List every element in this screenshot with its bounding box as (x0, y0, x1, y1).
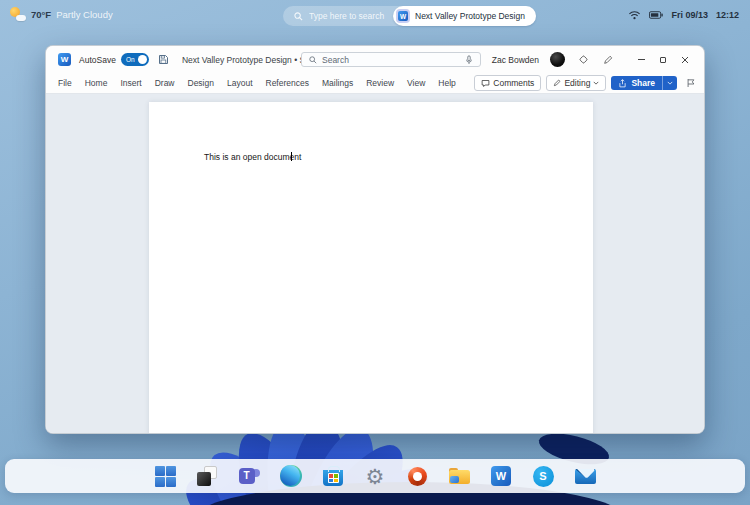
task-view-icon (196, 465, 218, 487)
title-bar-right: Zac Bowden (492, 50, 696, 70)
tab-insert[interactable]: Insert (120, 78, 141, 88)
search-icon (294, 12, 303, 21)
system-tray: Fri 09/13 12:12 (628, 6, 739, 24)
gear-icon: ⚙ (366, 466, 385, 487)
partly-cloudy-icon (10, 7, 26, 21)
taskbar-store-button[interactable] (312, 459, 354, 493)
skype-icon: S (533, 466, 554, 487)
ribbon-bar: File Home Insert Draw Design Layout Refe… (46, 73, 704, 94)
maximize-button[interactable] (652, 50, 674, 70)
ribbon-options-flag-icon[interactable] (686, 78, 696, 88)
microsoft-store-icon (323, 470, 343, 486)
pencil-icon (553, 79, 561, 87)
comments-button[interactable]: Comments (474, 75, 541, 91)
tab-home[interactable]: Home (85, 78, 108, 88)
autosave-toggle[interactable]: On (121, 53, 149, 66)
desktop-search-field[interactable] (283, 11, 393, 21)
taskbar-office-button[interactable] (396, 459, 438, 493)
word-app-button[interactable]: W (58, 53, 71, 66)
document-page[interactable]: This is an open document (149, 102, 593, 433)
taskbar-task-view-button[interactable] (186, 459, 228, 493)
chevron-down-icon (667, 81, 673, 85)
desktop-search-bar: W Next Valley Prototype Design (283, 6, 536, 26)
search-icon (309, 56, 317, 64)
ribbon-right-actions: Comments Editing Share (474, 75, 696, 91)
taskbar-mail-button[interactable] (564, 459, 606, 493)
wifi-icon[interactable] (628, 10, 641, 20)
taskbar-start-button[interactable] (144, 459, 186, 493)
save-button[interactable] (158, 54, 169, 65)
share-button[interactable]: Share (611, 76, 677, 90)
taskbar: T ⚙ W S (5, 459, 745, 493)
battery-icon[interactable] (649, 11, 663, 19)
share-main[interactable]: Share (611, 76, 662, 90)
tab-references[interactable]: References (266, 78, 309, 88)
tab-review[interactable]: Review (366, 78, 394, 88)
document-text: This is an open document (204, 152, 301, 162)
close-icon (681, 56, 689, 64)
share-label: Share (631, 78, 655, 88)
taskbar-edge-button[interactable] (270, 459, 312, 493)
share-icon (618, 79, 627, 88)
file-explorer-icon (449, 468, 470, 485)
running-app-pill[interactable]: W Next Valley Prototype Design (393, 6, 536, 26)
tray-time[interactable]: 12:12 (716, 10, 739, 20)
tab-design[interactable]: Design (188, 78, 214, 88)
tab-draw[interactable]: Draw (155, 78, 175, 88)
chevron-down-icon (593, 81, 599, 85)
comments-label: Comments (493, 78, 534, 88)
teams-icon: T (239, 466, 260, 487)
desktop-search-input[interactable] (309, 11, 385, 21)
word-glyph: W (398, 11, 408, 21)
account-name[interactable]: Zac Bowden (492, 55, 539, 65)
editing-mode-button[interactable]: Editing (546, 75, 606, 91)
close-button[interactable] (674, 50, 696, 70)
weather-widget[interactable]: 70°F Partly Cloudy (10, 5, 113, 23)
comment-icon (481, 79, 490, 88)
tab-mailings[interactable]: Mailings (322, 78, 353, 88)
pen-icon[interactable] (601, 53, 615, 67)
weather-temperature: 70°F (31, 9, 51, 20)
text-caret (291, 152, 292, 161)
taskbar-file-explorer-button[interactable] (438, 459, 480, 493)
microphone-icon[interactable] (465, 55, 473, 65)
window-controls (630, 50, 696, 70)
taskbar-teams-button[interactable]: T (228, 459, 270, 493)
word-title-bar: W AutoSave On Next Valley Prototype Desi… (46, 46, 704, 73)
taskbar-settings-button[interactable]: ⚙ (354, 459, 396, 493)
word-search-box[interactable] (301, 52, 481, 67)
ribbon-tabs: File Home Insert Draw Design Layout Refe… (58, 78, 456, 88)
minimize-button[interactable] (630, 50, 652, 70)
windows-start-icon (155, 466, 176, 487)
minimize-icon (638, 59, 645, 60)
tray-date[interactable]: Fri 09/13 (671, 10, 708, 20)
taskbar-word-button[interactable]: W (480, 459, 522, 493)
tab-file[interactable]: File (58, 78, 72, 88)
word-app-icon: W (396, 9, 410, 23)
document-canvas: This is an open document (46, 94, 704, 433)
running-app-label: Next Valley Prototype Design (415, 11, 525, 21)
autosave-state: On (126, 56, 135, 63)
tab-help[interactable]: Help (438, 78, 455, 88)
mail-icon (575, 469, 596, 484)
tab-layout[interactable]: Layout (227, 78, 253, 88)
account-avatar[interactable] (550, 52, 565, 67)
editing-label: Editing (564, 78, 590, 88)
desktop-wallpaper: 70°F Partly Cloudy W Next Valley Prototy… (0, 0, 750, 505)
edge-icon (280, 465, 302, 487)
maximize-icon (660, 57, 666, 63)
word-search-input[interactable] (322, 55, 460, 65)
word-icon: W (491, 466, 511, 486)
toggle-knob (138, 55, 147, 64)
diamond-icon[interactable] (576, 53, 590, 67)
taskbar-skype-button[interactable]: S (522, 459, 564, 493)
office-icon (408, 467, 427, 486)
weather-condition: Partly Cloudy (56, 9, 113, 20)
autosave-label: AutoSave (79, 55, 116, 65)
tab-view[interactable]: View (407, 78, 425, 88)
word-window: W AutoSave On Next Valley Prototype Desi… (45, 45, 705, 434)
share-dropdown[interactable] (662, 76, 677, 90)
